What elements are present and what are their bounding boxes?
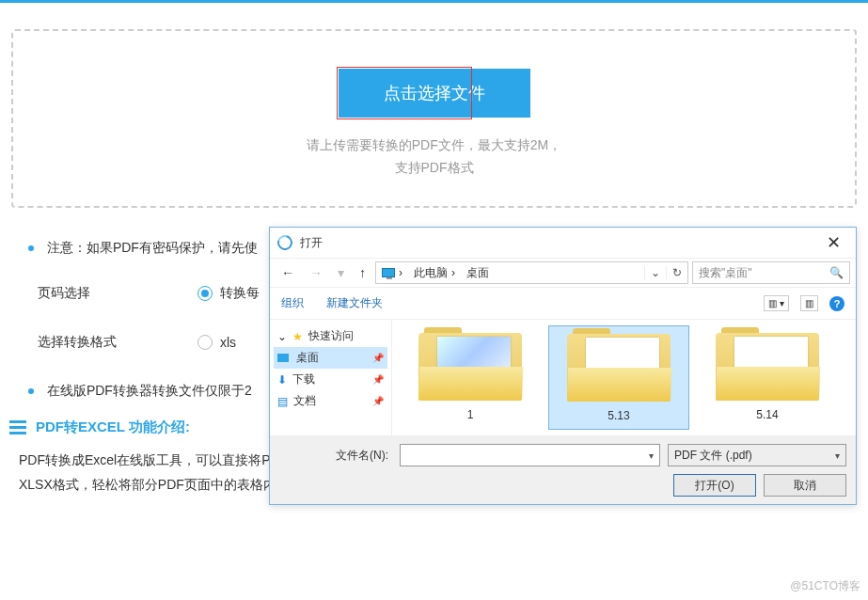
- file-open-dialog: 打开 ✕ ← → ▾ ↑ › 此电脑 › 桌面 ⌄ ↻ 搜索"桌面" 🔍 组织 …: [269, 227, 857, 505]
- nav-recent-icon[interactable]: ▾: [332, 265, 350, 280]
- radio-dot-unselected-icon: [197, 335, 213, 350]
- upload-hint: 请上传需要转换的PDF文件，最大支持2M， 支持PDF格式: [13, 134, 855, 180]
- radio-xls-label: xls: [220, 335, 236, 350]
- tree-quick-label: 快速访问: [308, 328, 354, 344]
- chevron-down-icon: ⌄: [277, 330, 287, 343]
- preview-pane-button[interactable]: ▥: [800, 295, 818, 311]
- search-input[interactable]: 搜索"桌面" 🔍: [692, 261, 850, 284]
- folder-grid[interactable]: 1 5.13 5.14: [392, 320, 856, 435]
- upload-hint-line1: 请上传需要转换的PDF文件，最大支持2M，: [13, 134, 855, 157]
- search-icon: 🔍: [829, 266, 844, 279]
- address-bar[interactable]: › 此电脑 › 桌面 ⌄ ↻: [375, 261, 688, 284]
- filename-label: 文件名(N):: [279, 448, 392, 464]
- folder-icon: [716, 333, 819, 401]
- list-icon: [9, 420, 26, 434]
- download-icon: ⬇: [277, 373, 287, 387]
- tree-desktop[interactable]: 桌面 📌: [274, 347, 387, 369]
- dialog-nav-bar: ← → ▾ ↑ › 此电脑 › 桌面 ⌄ ↻ 搜索"桌面" 🔍: [270, 258, 856, 288]
- upload-hint-line2: 支持PDF格式: [13, 157, 855, 180]
- tree-documents-label: 文档: [293, 393, 316, 409]
- bullet-icon: [28, 245, 34, 251]
- tree-downloads-label: 下载: [292, 371, 315, 387]
- address-right-controls: ⌄ ↻: [644, 266, 687, 279]
- folder-label: 5.13: [553, 409, 685, 422]
- folder-item[interactable]: 5.14: [697, 325, 838, 430]
- nav-tree: ⌄ ★ 快速访问 桌面 📌 ⬇ 下载 📌 ▤ 文档 📌: [270, 320, 392, 435]
- dialog-body: ⌄ ★ 快速访问 桌面 📌 ⬇ 下载 📌 ▤ 文档 📌: [270, 320, 856, 435]
- nav-forward-icon[interactable]: →: [304, 265, 328, 280]
- format-label: 选择转换格式: [38, 334, 197, 351]
- address-root[interactable]: ›: [376, 266, 408, 279]
- nav-up-icon[interactable]: ↑: [354, 265, 371, 280]
- organize-menu[interactable]: 组织: [281, 295, 304, 311]
- view-mode-button[interactable]: ▥ ▾: [764, 295, 789, 311]
- folder-item[interactable]: 5.13: [548, 325, 689, 430]
- tree-quick-access[interactable]: ⌄ ★ 快速访问: [274, 325, 387, 347]
- tree-documents[interactable]: ▤ 文档 📌: [274, 390, 387, 412]
- search-placeholder: 搜索"桌面": [699, 265, 752, 281]
- watermark: @51CTO博客: [790, 578, 860, 594]
- password-note-text: 注意：如果PDF有密码保护，请先使: [47, 240, 258, 255]
- folder-icon: [567, 334, 671, 402]
- address-refresh-icon[interactable]: ↻: [666, 266, 687, 279]
- dialog-button-row: 打开(O) 取消: [279, 474, 846, 497]
- star-icon: ★: [292, 330, 303, 343]
- bullet-icon: [28, 388, 34, 394]
- desktop-icon: [277, 354, 289, 362]
- close-icon[interactable]: ✕: [819, 232, 848, 253]
- tree-desktop-label: 桌面: [296, 350, 319, 366]
- filetype-value: PDF 文件 (.pdf): [674, 448, 752, 464]
- select-file-button[interactable]: 点击选择文件: [339, 69, 530, 118]
- dialog-title: 打开: [300, 235, 819, 251]
- address-dropdown-icon[interactable]: ⌄: [644, 266, 666, 279]
- pin-icon: 📌: [372, 396, 384, 406]
- tree-downloads[interactable]: ⬇ 下载 📌: [274, 369, 387, 390]
- radio-convert-all-label: 转换每: [220, 285, 260, 302]
- folder-label: 1: [403, 408, 537, 421]
- top-accent-bar: [0, 0, 868, 3]
- dialog-footer: 文件名(N): PDF 文件 (.pdf) 打开(O) 取消: [270, 435, 856, 504]
- document-icon: ▤: [277, 395, 288, 408]
- radio-dot-selected-icon: [197, 286, 213, 301]
- cancel-button[interactable]: 取消: [764, 474, 846, 497]
- monitor-icon: [382, 268, 395, 277]
- filename-row: 文件名(N): PDF 文件 (.pdf): [279, 444, 846, 466]
- dialog-titlebar[interactable]: 打开 ✕: [270, 228, 856, 258]
- address-seg-desktop[interactable]: 桌面: [461, 265, 495, 281]
- open-button[interactable]: 打开(O): [673, 474, 756, 497]
- help-icon[interactable]: ?: [829, 296, 844, 311]
- select-file-label: 点击选择文件: [384, 84, 485, 103]
- folder-item[interactable]: 1: [400, 325, 541, 430]
- upload-dropzone[interactable]: 点击选择文件 请上传需要转换的PDF文件，最大支持2M， 支持PDF格式: [11, 29, 857, 208]
- limit-note-text: 在线版PDF转换器转换文件仅限于2: [47, 383, 252, 398]
- new-folder-button[interactable]: 新建文件夹: [326, 295, 383, 311]
- filetype-select[interactable]: PDF 文件 (.pdf): [668, 444, 846, 466]
- dialog-toolbar: 组织 新建文件夹 ▥ ▾ ▥ ?: [270, 288, 856, 320]
- pin-icon: 📌: [372, 353, 384, 363]
- filename-input[interactable]: [400, 444, 660, 466]
- section-title-text: PDF转EXCEL 功能介绍:: [36, 418, 190, 436]
- folder-label: 5.14: [701, 408, 834, 421]
- folder-icon: [418, 333, 522, 401]
- radio-xls[interactable]: xls: [197, 335, 236, 350]
- pin-icon: 📌: [372, 374, 384, 385]
- radio-convert-all[interactable]: 转换每: [197, 285, 260, 302]
- app-ring-icon: [275, 232, 295, 253]
- nav-back-icon[interactable]: ←: [276, 265, 300, 280]
- pages-label: 页码选择: [38, 285, 197, 302]
- address-seg-pc[interactable]: 此电脑 ›: [408, 265, 461, 281]
